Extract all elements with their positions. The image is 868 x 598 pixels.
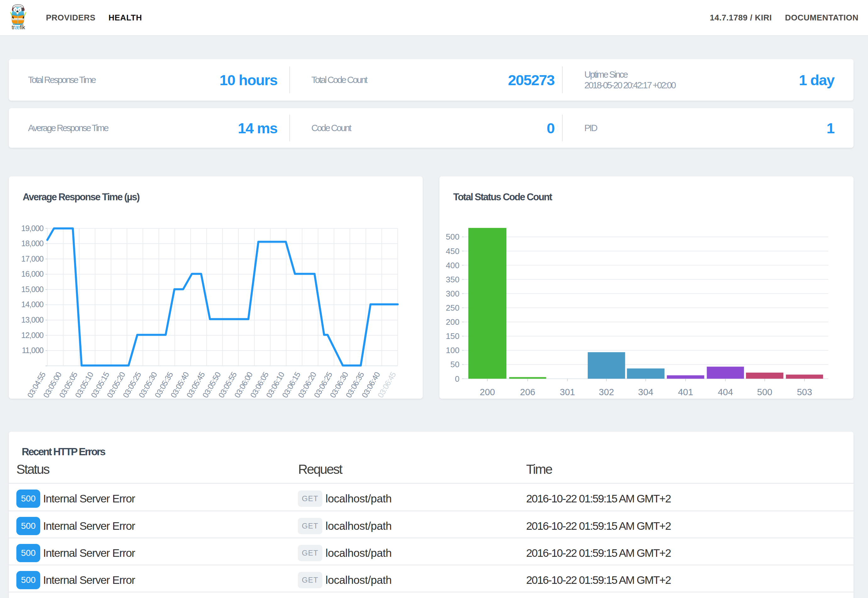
svg-text:16,000: 16,000 <box>21 269 44 278</box>
svg-text:150: 150 <box>446 331 459 341</box>
svg-text:100: 100 <box>446 345 459 355</box>
svg-text:503: 503 <box>797 387 812 397</box>
svg-text:træfik: træfik <box>12 24 25 30</box>
svg-text:0: 0 <box>455 374 459 384</box>
svg-text:12,000: 12,000 <box>21 331 44 339</box>
svg-text:200: 200 <box>480 387 495 397</box>
svg-text:400: 400 <box>446 261 459 270</box>
svg-text:300: 300 <box>446 289 459 298</box>
svg-text:450: 450 <box>446 247 459 256</box>
svg-text:350: 350 <box>446 275 459 284</box>
svg-text:304: 304 <box>638 387 653 397</box>
svg-text:401: 401 <box>678 387 693 397</box>
svg-text:302: 302 <box>599 387 614 397</box>
svg-text:18,000: 18,000 <box>21 239 44 248</box>
svg-text:14,000: 14,000 <box>21 300 44 309</box>
svg-text:13,000: 13,000 <box>21 315 44 324</box>
svg-text:301: 301 <box>560 387 575 397</box>
svg-text:19,000: 19,000 <box>21 224 44 233</box>
svg-text:250: 250 <box>446 303 459 312</box>
svg-text:50: 50 <box>450 360 459 369</box>
svg-text:404: 404 <box>718 387 733 397</box>
svg-text:500: 500 <box>757 387 772 397</box>
svg-text:500: 500 <box>446 232 459 241</box>
svg-text:206: 206 <box>520 387 535 397</box>
svg-text:11,000: 11,000 <box>22 346 43 355</box>
svg-text:17,000: 17,000 <box>21 254 44 263</box>
svg-text:15,000: 15,000 <box>21 285 44 294</box>
svg-text:200: 200 <box>446 317 459 327</box>
